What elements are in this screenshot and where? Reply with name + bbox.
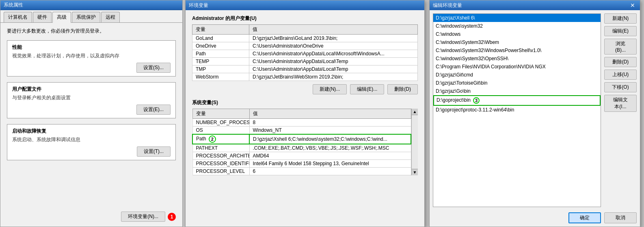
- user-profile-desc: 与登录帐户相关的桌面设置: [12, 94, 171, 101]
- sys-vars-scrollbar[interactable]: ▲ ▼: [411, 109, 418, 175]
- panel1-tabs: 计算机名 硬件 高级 系统保护 远程: [0, 10, 182, 23]
- path-list-item[interactable]: D:\gzrjaz\Xshell 6\: [433, 14, 601, 22]
- tab-computer-name[interactable]: 计算机名: [4, 12, 32, 22]
- tab-remote[interactable]: 远程: [101, 12, 120, 22]
- user-var-row[interactable]: PathC:\Users\Administrator\AppData\Local…: [192, 50, 418, 58]
- sys-var-row[interactable]: PROCESSOR_IDENTIFIERIntel64 Family 6 Mod…: [192, 160, 411, 168]
- tab-hardware[interactable]: 硬件: [33, 12, 52, 22]
- panel2-content: Administrator 的用户变量(U) 变量 值 GoLandD:\gzr…: [186, 10, 424, 183]
- sys-var-row[interactable]: NUMBER_OF_PROCESSORS8: [192, 119, 411, 127]
- panel2-titlebar: 环境变量: [186, 0, 424, 10]
- sys-var-row[interactable]: PROCESSOR_LEVEL6: [192, 168, 411, 175]
- panel3-action-buttons: 新建(N)编辑(E)浏览(B)...删除(D)上移(U)下移(O)编辑文本(I.…: [604, 13, 637, 207]
- path-list-item[interactable]: C:\windows\System32\WindowsPowerShell\v1…: [433, 46, 601, 55]
- panel3-action-btn[interactable]: 下移(O): [604, 82, 637, 92]
- performance-settings-btn[interactable]: 设置(S)...: [136, 63, 171, 73]
- path-list-item[interactable]: D:\gzrjaz\Go\bin: [433, 87, 601, 95]
- user-edit-btn[interactable]: 编辑(E)...: [350, 84, 384, 94]
- startup-section: 启动和故障恢复 系统启动、系统故障和调试信息 设置(T)...: [7, 124, 176, 160]
- system-properties-panel: 系统属性 计算机名 硬件 高级 系统保护 远程 要进行大多数更改，你必须作为管理…: [0, 0, 183, 227]
- user-delete-btn[interactable]: 删除(D): [387, 84, 418, 94]
- panel1-desc: 要进行大多数更改，你必须作为管理员登录。: [7, 28, 176, 35]
- panel3-close-btn[interactable]: ✕: [629, 2, 637, 9]
- sys-vars-label: 系统变量(S): [192, 99, 418, 106]
- path-list-item[interactable]: C:\windows\system32: [433, 22, 601, 30]
- user-profile-section: 用户配置文件 与登录帐户相关的桌面设置 设置(E)...: [7, 82, 176, 118]
- panel3-action-btn[interactable]: 编辑(E): [604, 26, 637, 36]
- path-list-item[interactable]: C:\Program Files\NVIDIA Corporation\NVID…: [433, 63, 601, 71]
- user-vars-label: Administrator 的用户变量(U): [192, 15, 418, 22]
- panel3-title: 编辑环境变量: [433, 2, 462, 9]
- sys-vars-col-var: 变量: [192, 109, 249, 119]
- panel3-cancel-btn[interactable]: 取消: [604, 212, 637, 223]
- user-profile-title: 用户配置文件: [12, 86, 171, 93]
- user-vars-col-var: 变量: [192, 25, 249, 35]
- user-var-row[interactable]: TMPC:\Users\Administrator\AppData\Local\…: [192, 65, 418, 73]
- panel3-titlebar: 编辑环境变量 ✕: [430, 0, 640, 10]
- user-vars-table: 变量 值 GoLandD:\gzrjaz\JetBrains\GoLand 20…: [192, 24, 418, 81]
- path-list-item[interactable]: D:\goproject\protoc-3.11.2-win64\bin: [433, 106, 601, 114]
- panel3-action-btn[interactable]: 上移(U): [604, 70, 637, 80]
- edit-env-panel: 编辑环境变量 ✕ D:\gzrjaz\Xshell 6\C:\windows\s…: [429, 0, 640, 227]
- badge2: 2: [209, 135, 216, 143]
- user-new-btn[interactable]: 新建(N)...: [313, 84, 347, 94]
- tab-advanced[interactable]: 高级: [52, 12, 71, 23]
- user-var-row[interactable]: GoLandD:\gzrjaz\JetBrains\GoLand 2019.3\…: [192, 35, 418, 42]
- path-list-item[interactable]: C:\windows\System32\Wbem: [433, 38, 601, 46]
- panel3-ok-btn[interactable]: 确定: [568, 212, 601, 223]
- env-variables-btn[interactable]: 环境变量(N)...: [121, 212, 165, 222]
- performance-desc: 视觉效果，处理器计划，内存使用，以及虚拟内存: [12, 52, 171, 59]
- path-list-item[interactable]: C:\windows\System32\OpenSSH\: [433, 55, 601, 63]
- sys-var-row[interactable]: PATHEXT.COM;.EXE;.BAT;.CMD;.VBS;.VBE;.JS…: [192, 144, 411, 152]
- panel3-action-btn[interactable]: 浏览(B)...: [604, 39, 637, 55]
- panel3-content: D:\gzrjaz\Xshell 6\C:\windows\system32C:…: [430, 10, 640, 210]
- badge3: 3: [473, 97, 480, 104]
- tab-system-protection[interactable]: 系统保护: [72, 12, 100, 22]
- path-list-item[interactable]: D:\gzrjaz\Git\cmd: [433, 71, 601, 79]
- sys-var-row[interactable]: OSWindows_NT: [192, 127, 411, 135]
- sys-var-row[interactable]: Path2D:\gzrjaz\Xshell 6;C:\windows\syste…: [192, 134, 411, 144]
- path-list-item[interactable]: D:\goproject\bin3: [433, 95, 601, 106]
- user-profile-settings-btn[interactable]: 设置(E)...: [136, 105, 171, 115]
- panel3-action-btn[interactable]: 新建(N): [604, 13, 637, 24]
- user-var-row[interactable]: TEMPC:\Users\Administrator\AppData\Local…: [192, 58, 418, 65]
- panel3-bottom: 确定 取消: [433, 212, 637, 223]
- path-list[interactable]: D:\gzrjaz\Xshell 6\C:\windows\system32C:…: [433, 13, 601, 207]
- startup-settings-btn[interactable]: 设置(T)...: [137, 146, 171, 157]
- panel1-title: 系统属性: [4, 2, 23, 9]
- performance-section: 性能 视觉效果，处理器计划，内存使用，以及虚拟内存 设置(S)...: [7, 40, 176, 76]
- user-var-row[interactable]: OneDriveC:\Users\Administrator\OneDrive: [192, 42, 418, 50]
- sys-vars-table: 变量 值 NUMBER_OF_PROCESSORS8OSWindows_NTPa…: [192, 109, 411, 175]
- sys-var-row[interactable]: PROCESSOR_ARCHITECT...AMD64: [192, 152, 411, 160]
- panel3-action-btn[interactable]: 删除(D): [604, 57, 637, 67]
- startup-desc: 系统启动、系统故障和调试信息: [12, 136, 171, 143]
- panel2-title: 环境变量: [189, 2, 208, 9]
- user-var-row[interactable]: WebStormD:\gzrjaz\JetBrains\WebStorm 201…: [192, 73, 418, 81]
- panel1-titlebar: 系统属性: [0, 0, 182, 10]
- startup-title: 启动和故障恢复: [12, 128, 171, 135]
- env-variables-panel: 环境变量 Administrator 的用户变量(U) 变量 值 GoLandD…: [185, 0, 425, 227]
- user-vars-btns: 新建(N)... 编辑(E)... 删除(D): [192, 84, 418, 94]
- sys-vars-container: 变量 值 NUMBER_OF_PROCESSORS8OSWindows_NTPa…: [192, 109, 418, 175]
- badge1: 1: [168, 213, 176, 221]
- sys-vars-col-val: 值: [249, 109, 411, 119]
- panel3-action-btn[interactable]: 编辑文本(I...: [604, 95, 637, 112]
- performance-title: 性能: [12, 44, 171, 51]
- path-list-item[interactable]: D:\gzrjaz\TortoiseGit\bin: [433, 79, 601, 87]
- path-list-item[interactable]: C:\windows: [433, 30, 601, 38]
- user-vars-col-val: 值: [249, 25, 418, 35]
- panel1-content: 要进行大多数更改，你必须作为管理员登录。 性能 视觉效果，处理器计划，内存使用，…: [0, 23, 182, 171]
- panel1-bottom: 环境变量(N)... 1: [7, 212, 176, 222]
